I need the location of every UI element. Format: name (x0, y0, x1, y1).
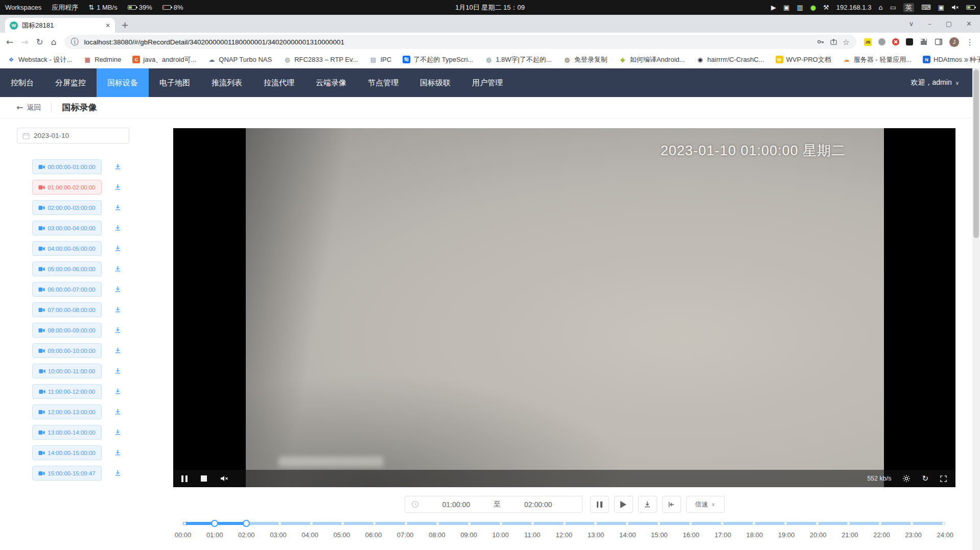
home-button-icon[interactable]: ⌂ (51, 37, 57, 47)
bookmark-item[interactable]: ◉ hairrrrr/C-CrashC... (696, 56, 764, 63)
segment-button[interactable]: 10:00:00-11:00:00 (32, 364, 102, 378)
range-start-time[interactable]: 01:00:00 (419, 500, 494, 509)
segment-download-icon[interactable] (114, 224, 122, 232)
browser-tab[interactable]: W 国标28181 ✕ (5, 18, 115, 33)
nav-item[interactable]: 云端录像 (305, 68, 357, 97)
time-range-input[interactable]: 01:00:00 至 02:00:00 (405, 496, 582, 513)
segment-download-icon[interactable] (114, 367, 122, 375)
forward-icon[interactable]: → (21, 37, 28, 47)
player-volume-muted-icon[interactable] (220, 475, 228, 482)
segment-download-icon[interactable] (114, 347, 122, 354)
window-icon[interactable]: ▭ (890, 4, 896, 11)
nav-item[interactable]: 拉流代理 (253, 68, 305, 97)
site-info-icon[interactable]: ⓘ (71, 37, 79, 47)
tools-icon[interactable]: ⚒ (823, 4, 829, 11)
clock[interactable]: 1月10日 星期二 15：09 (455, 3, 525, 12)
speed-dropdown[interactable]: 倍速 ∨ (686, 496, 725, 513)
segment-button[interactable]: 15:00:00-15:09:47 (32, 466, 102, 481)
date-picker-input[interactable]: 2023-01-10 (17, 128, 129, 144)
nav-item[interactable]: 国标设备 (97, 68, 149, 97)
nav-item[interactable]: 控制台 (0, 68, 44, 97)
bookmark-item[interactable]: ☁ 服务器 - 轻量应用... (843, 55, 912, 64)
segment-download-icon[interactable] (114, 326, 122, 334)
new-tab-button[interactable]: + (121, 19, 129, 30)
timeline-handle-start[interactable] (211, 520, 218, 527)
tab-close-icon[interactable]: ✕ (105, 22, 110, 29)
keyboard-icon[interactable]: ⌨ (921, 4, 931, 11)
segment-button[interactable]: 02:00:00-03:00:00 (32, 200, 102, 215)
segment-download-icon[interactable] (114, 306, 122, 314)
segment-button[interactable]: 00:00:00-01:00:00 (32, 159, 102, 174)
segment-download-icon[interactable] (114, 265, 122, 273)
segment-button[interactable]: 09:00:00-10:00:00 (32, 343, 102, 358)
side-panel-icon[interactable] (935, 38, 943, 46)
segment-button[interactable]: 11:00:00-12:00:00 (32, 384, 102, 399)
segment-download-icon[interactable] (114, 285, 122, 293)
window-maximize-icon[interactable]: ▢ (946, 20, 952, 28)
player-pause-icon[interactable] (181, 475, 188, 482)
applications-button[interactable]: 应用程序 (52, 3, 78, 12)
workspaces-button[interactable]: Workspaces (5, 4, 41, 11)
segment-download-icon[interactable] (114, 163, 122, 171)
tab-search-chevron-icon[interactable]: ∨ (909, 20, 914, 28)
player-stop-icon[interactable] (201, 475, 207, 482)
window-minimize-icon[interactable]: – (928, 20, 931, 28)
bookmark-item[interactable]: ◆ 如何编译Android... (619, 55, 685, 64)
segment-button[interactable]: 05:00:00-06:00:00 (32, 261, 102, 276)
timeline-rail[interactable] (183, 522, 945, 525)
scrollbar-thumb[interactable] (973, 69, 979, 238)
screenshot-icon[interactable]: ▣ (783, 4, 789, 11)
segment-download-icon[interactable] (114, 245, 122, 252)
segment-download-icon[interactable] (114, 449, 122, 457)
volume-muted-icon[interactable] (951, 4, 959, 11)
skip-back-button[interactable] (662, 496, 681, 513)
puzzle-extensions-icon[interactable] (920, 38, 928, 46)
bookmark-item[interactable]: ◍ 免登录复制 (563, 55, 608, 64)
bookmarks-overflow-icon[interactable]: » (964, 55, 969, 64)
record-dot-icon[interactable]: ● (810, 4, 816, 11)
clipboard-icon[interactable]: ▥ (797, 4, 803, 11)
js-extension-icon[interactable]: JS (864, 38, 872, 46)
segment-button[interactable]: 06:00:00-07:00:00 (32, 282, 102, 297)
adblock-extension-icon[interactable] (892, 38, 899, 45)
page-scrollbar[interactable] (972, 68, 980, 550)
password-key-icon[interactable] (816, 38, 825, 46)
extension-black-icon[interactable] (906, 38, 913, 45)
bookmark-item[interactable]: ◍ 1.8W字|了不起的... (484, 55, 552, 64)
nav-item[interactable]: 节点管理 (357, 68, 409, 97)
segment-download-icon[interactable] (114, 469, 122, 477)
bookmark-item[interactable]: ▤ IPC (369, 56, 391, 63)
bookmark-item[interactable]: C java、android可... (132, 55, 196, 64)
segment-download-icon[interactable] (114, 428, 122, 436)
segment-download-icon[interactable] (114, 204, 122, 211)
extension-gray-icon[interactable] (878, 38, 885, 45)
profile-avatar[interactable]: J (949, 37, 959, 47)
bookmark-item[interactable]: 知 了不起的 TypeScri... (403, 55, 473, 64)
player-refresh-icon[interactable]: ↻ (922, 475, 928, 483)
segment-button[interactable]: 04:00:00-05:00:00 (32, 241, 102, 256)
player-fullscreen-icon[interactable] (940, 475, 947, 483)
omnibox[interactable]: ⓘ localhost:38080/#/gbRecordDetail/34020… (64, 35, 856, 49)
input-language-badge[interactable]: 英 (903, 3, 914, 12)
nav-item[interactable]: 用户管理 (461, 68, 514, 97)
nav-item[interactable]: 电子地图 (149, 68, 201, 97)
range-end-time[interactable]: 02:00:00 (501, 500, 576, 509)
back-icon[interactable]: ← (6, 37, 13, 47)
nav-item[interactable]: 推流列表 (201, 68, 253, 97)
segment-button[interactable]: 14:00:00-15:00:00 (32, 445, 102, 460)
segment-download-icon[interactable] (114, 388, 122, 395)
media-play-icon[interactable]: ▶ (771, 4, 776, 11)
bookmark-item[interactable]: ◍ RFC2833 – RTP Ev... (283, 56, 358, 63)
home-icon[interactable]: ⌂ (878, 4, 882, 11)
system-battery-icon[interactable] (966, 5, 975, 10)
timeline-handle-end[interactable] (243, 520, 250, 527)
bookmark-item[interactable]: W WVP-PRO文档 (776, 55, 831, 64)
window-close-icon[interactable]: ✕ (966, 20, 972, 28)
display-icon[interactable]: ▣ (938, 4, 944, 11)
bookmark-item[interactable]: ☁ QNAP Turbo NAS (207, 56, 272, 63)
bookmark-item[interactable]: ❖ Webstack - 设计... (7, 55, 72, 64)
segment-button[interactable]: 12:00:00-13:00:00 (32, 404, 102, 419)
bookmark-item[interactable]: ▦ Redmine (83, 56, 121, 63)
play-button[interactable] (614, 496, 633, 513)
segment-download-icon[interactable] (114, 183, 122, 191)
